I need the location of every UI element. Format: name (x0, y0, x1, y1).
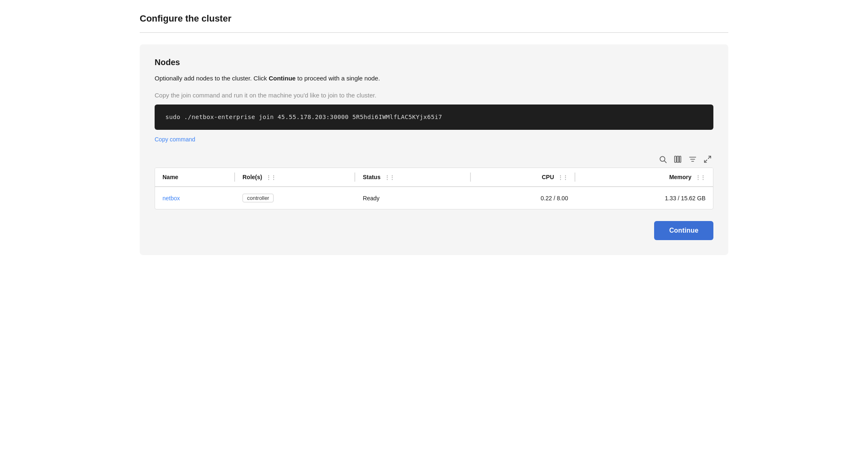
svg-line-8 (708, 156, 711, 159)
cpu-value: 0.22 / 8.00 (541, 195, 568, 202)
status-text: Ready (363, 195, 379, 202)
memory-value: 1.33 / 15.62 GB (665, 195, 706, 202)
table-row: netbox controller Ready 0.22 / 8.00 1.33 (155, 187, 713, 209)
col-header-cpu[interactable]: CPU ⋮⋮ (471, 168, 576, 187)
columns-icon[interactable] (674, 155, 682, 163)
node-link[interactable]: netbox (162, 195, 180, 202)
description-plain: Optionally add nodes to the cluster. Cli… (155, 75, 269, 82)
svg-line-9 (705, 160, 707, 163)
role-badge: controller (242, 194, 274, 202)
command-box: sudo ./netbox-enterprise join 45.55.178.… (155, 105, 713, 130)
cell-status: Ready (355, 187, 471, 209)
table-toolbar (155, 155, 713, 163)
col-header-status[interactable]: Status ⋮⋮ (355, 168, 471, 187)
col-header-memory[interactable]: Memory ⋮⋮ (575, 168, 713, 187)
svg-rect-2 (675, 156, 676, 163)
col-header-roles[interactable]: Role(s) ⋮⋮ (235, 168, 355, 187)
svg-rect-4 (679, 156, 681, 163)
continue-button[interactable]: Continue (654, 221, 713, 240)
page-container: Configure the cluster Nodes Optionally a… (123, 0, 745, 272)
description-end: to proceed with a single node. (296, 75, 380, 82)
filter-icon[interactable] (689, 155, 697, 163)
col-header-name[interactable]: Name (155, 168, 235, 187)
footer-actions: Continue (155, 221, 713, 240)
cell-cpu: 0.22 / 8.00 (471, 187, 576, 209)
svg-line-1 (664, 161, 667, 163)
svg-rect-3 (677, 156, 679, 163)
table-header-row: Name Role(s) ⋮⋮ Status ⋮⋮ (155, 168, 713, 187)
col-sort-roles: ⋮⋮ (266, 175, 276, 180)
copy-command-link[interactable]: Copy command (155, 136, 195, 143)
cell-roles: controller (235, 187, 355, 209)
join-instruction: Copy the join command and run it on the … (155, 92, 713, 99)
col-sort-status: ⋮⋮ (385, 175, 395, 180)
fullscreen-icon[interactable] (703, 155, 712, 163)
nodes-description: Optionally add nodes to the cluster. Cli… (155, 75, 713, 82)
col-sort-cpu: ⋮⋮ (558, 175, 568, 180)
nodes-table-wrapper: Name Role(s) ⋮⋮ Status ⋮⋮ (155, 168, 713, 209)
col-sort-memory: ⋮⋮ (696, 175, 706, 180)
cell-name: netbox (155, 187, 235, 209)
nodes-heading: Nodes (155, 58, 713, 67)
command-text: sudo ./netbox-enterprise join 45.55.178.… (165, 114, 442, 120)
nodes-table: Name Role(s) ⋮⋮ Status ⋮⋮ (155, 168, 713, 209)
cell-memory: 1.33 / 15.62 GB (575, 187, 713, 209)
search-icon[interactable] (659, 155, 667, 163)
page-title: Configure the cluster (140, 13, 728, 24)
page-divider (140, 32, 728, 33)
description-bold: Continue (269, 75, 296, 82)
nodes-card: Nodes Optionally add nodes to the cluste… (140, 44, 728, 255)
